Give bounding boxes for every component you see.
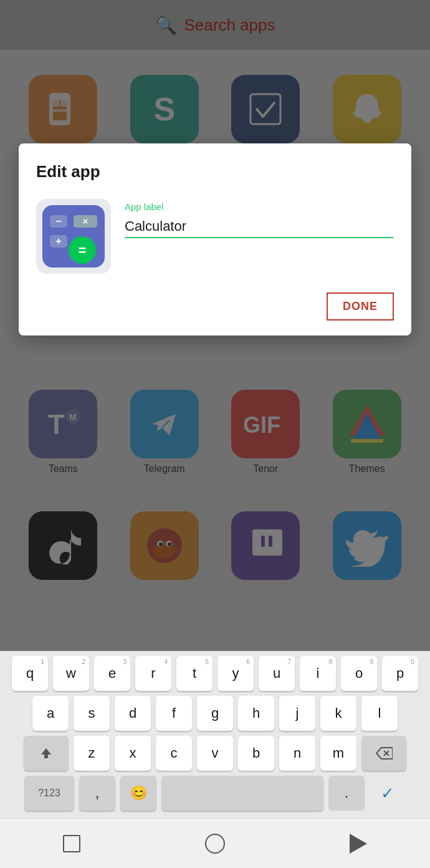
key-num-0: 0	[411, 658, 414, 665]
enter-key[interactable]: ✓	[370, 776, 406, 811]
key-num-7: 7	[287, 658, 291, 665]
app-label-field-label: App label	[125, 201, 394, 212]
key-f[interactable]: f	[156, 696, 192, 731]
key-w[interactable]: 2w	[53, 656, 89, 691]
key-num-5: 5	[205, 658, 209, 665]
key-num-1: 1	[41, 658, 44, 665]
comma-key[interactable]: ,	[79, 776, 115, 811]
input-area: App label	[125, 199, 394, 238]
key-n[interactable]: n	[279, 736, 315, 771]
key-num-8: 8	[328, 658, 332, 665]
key-k[interactable]: k	[320, 696, 356, 731]
key-num-4: 4	[164, 658, 168, 665]
key-j[interactable]: j	[279, 696, 315, 731]
key-row-3: z x c v b n m	[0, 736, 430, 771]
svg-text:×: ×	[83, 216, 88, 226]
nav-back-button[interactable]	[343, 828, 374, 859]
key-p[interactable]: 0p	[382, 656, 418, 691]
period-key[interactable]: .	[328, 776, 365, 811]
key-a[interactable]: a	[32, 696, 69, 731]
key-r[interactable]: 4r	[135, 656, 171, 691]
dialog-content: − × + = App label	[36, 199, 394, 274]
nav-home-button[interactable]	[199, 828, 231, 859]
key-c[interactable]: c	[156, 736, 192, 771]
space-key[interactable]	[161, 776, 323, 811]
app-label-input[interactable]	[125, 216, 394, 238]
key-row-1: 1q 2w 3e 4r 5t 6y 7u 8i 9o 0p	[0, 656, 430, 691]
key-row-2: a s d f g h j k l	[0, 696, 430, 731]
key-i[interactable]: 8i	[300, 656, 336, 691]
key-t[interactable]: 5t	[176, 656, 213, 691]
key-num-6: 6	[246, 658, 250, 665]
shift-key[interactable]	[24, 736, 69, 771]
svg-text:+: +	[55, 236, 61, 246]
key-o[interactable]: 9o	[341, 656, 377, 691]
dialog-title: Edit app	[36, 162, 394, 181]
svg-text:=: =	[79, 243, 87, 258]
key-num-2: 2	[82, 658, 85, 665]
key-e[interactable]: 3e	[94, 656, 130, 691]
key-z[interactable]: z	[74, 736, 110, 771]
recents-icon	[63, 835, 80, 852]
key-u[interactable]: 7u	[259, 656, 295, 691]
key-row-4: ?123 , 😊 . ✓	[0, 776, 430, 811]
nav-recents-button[interactable]	[56, 828, 87, 859]
key-l[interactable]: l	[361, 696, 398, 731]
app-icon-preview: − × + =	[36, 199, 111, 274]
backspace-key[interactable]	[361, 736, 406, 771]
key-y[interactable]: 6y	[217, 656, 254, 691]
home-icon	[205, 834, 225, 854]
back-icon	[350, 834, 367, 854]
dialog-actions: DONE	[36, 292, 394, 321]
key-g[interactable]: g	[197, 696, 233, 731]
key-x[interactable]: x	[115, 736, 151, 771]
key-m[interactable]: m	[320, 736, 356, 771]
edit-app-dialog: Edit app − × + = App label	[19, 143, 411, 335]
done-button[interactable]: DONE	[327, 292, 394, 321]
key-s[interactable]: s	[74, 696, 110, 731]
key-b[interactable]: b	[238, 736, 274, 771]
key-h[interactable]: h	[238, 696, 274, 731]
key-q[interactable]: 1q	[12, 656, 48, 691]
key-num-3: 3	[123, 658, 127, 665]
key-d[interactable]: d	[115, 696, 151, 731]
key-num-9: 9	[370, 658, 373, 665]
nav-bar	[0, 818, 430, 868]
symbols-key[interactable]: ?123	[24, 776, 74, 811]
emoji-key[interactable]: 😊	[120, 776, 156, 811]
key-v[interactable]: v	[197, 736, 233, 771]
svg-text:−: −	[55, 216, 61, 226]
keyboard: 1q 2w 3e 4r 5t 6y 7u 8i 9o 0p a s d f g …	[0, 651, 430, 818]
